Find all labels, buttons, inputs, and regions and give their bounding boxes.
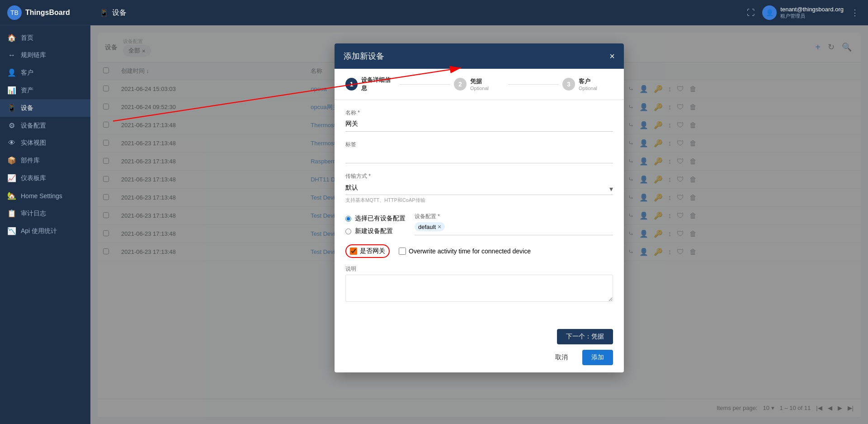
modal-footer: 下一个：凭据 取消 添加	[335, 322, 624, 372]
realtime-icon: 👁	[7, 139, 16, 147]
radio-new[interactable]: 新建设备配置	[345, 227, 406, 235]
sidebar-item-api-stats[interactable]: 📉 Api 使用统计	[0, 222, 90, 240]
sidebar-item-label-home-settings: Home Settings	[21, 192, 62, 200]
sidebar-item-label-rules: 规则链库	[21, 51, 46, 59]
modal-body: 名称 * 标签 传输方式 *	[335, 100, 624, 322]
radio-existing-input[interactable]	[345, 216, 351, 222]
device-profile-chip-input: default ×	[415, 222, 613, 235]
customers-icon: 👤	[7, 68, 16, 77]
assets-icon: 📊	[7, 86, 16, 95]
radio-existing[interactable]: 选择已有设备配置	[345, 214, 406, 223]
overwrite-checkbox[interactable]	[399, 248, 406, 255]
description-group: 说明	[345, 265, 613, 304]
sidebar-item-label-devices: 设备	[21, 104, 33, 112]
gateway-check[interactable]: 是否网关	[350, 247, 385, 255]
name-input[interactable]	[345, 119, 613, 132]
rules-icon: ↔	[7, 51, 16, 59]
sidebar-item-label-realtime: 实体视图	[21, 139, 46, 147]
sidebar-item-rules[interactable]: ↔ 规则链库	[0, 47, 90, 64]
step-1: 1 设备详细信息	[345, 76, 396, 92]
dashboards-icon: 📈	[7, 174, 16, 182]
add-button[interactable]: 添加	[582, 350, 613, 365]
sidebar-item-label-customers: 客户	[21, 69, 33, 77]
sidebar-item-audit[interactable]: 📋 审计日志	[0, 205, 90, 222]
step-2-number: 2	[454, 78, 467, 91]
profile-chip-value: default	[418, 224, 436, 230]
sidebar: TB ThingsBoard 🏠 首页 ↔ 规则链库 👤 客户 📊 资产 📱 设…	[0, 0, 90, 424]
sidebar-item-home-settings[interactable]: 🏡 Home Settings	[0, 187, 90, 205]
app-logo: TB ThingsBoard	[0, 0, 90, 25]
modal-close-button[interactable]: ×	[609, 52, 615, 61]
devices-icon: 📱	[7, 104, 16, 112]
add-device-modal: 添加新设备 × 1 设备详细信息	[335, 43, 624, 372]
sidebar-item-label-assets: 资产	[21, 86, 33, 95]
more-icon[interactable]: ⋮	[851, 8, 859, 18]
profile-config-row: 选择已有设备配置 新建设备配置 设备配置 *	[345, 213, 613, 235]
step-3-number: 3	[562, 78, 575, 91]
fullscreen-icon[interactable]: ⛶	[747, 8, 755, 18]
tags-label: 标签	[345, 141, 613, 148]
modal-title: 添加新设备	[344, 51, 384, 62]
step-2-label: 凭据 Optional	[470, 77, 489, 91]
sidebar-item-realtime[interactable]: 👁 实体视图	[0, 134, 90, 152]
audit-icon: 📋	[7, 209, 16, 218]
logo-icon: TB	[7, 5, 22, 20]
transport-select-wrapper: 默认 ▾	[345, 182, 613, 195]
step-3-label: 客户 Optional	[579, 77, 597, 91]
api-stats-icon: 📉	[7, 227, 16, 235]
step-2: 2 凭据 Optional	[454, 77, 505, 91]
description-label: 说明	[345, 265, 613, 273]
sidebar-item-devices[interactable]: 📱 设备	[0, 99, 90, 117]
radio-existing-label: 选择已有设备配置	[355, 214, 406, 223]
transport-group: 传输方式 * 默认 ▾ 支持基本MQTT、HTTP和CoAP传输	[345, 172, 613, 204]
sidebar-item-customers[interactable]: 👤 客户	[0, 64, 90, 81]
description-textarea[interactable]	[345, 275, 613, 302]
avatar: 👤	[762, 5, 777, 20]
sidebar-item-dashboards[interactable]: 📈 仪表板库	[0, 169, 90, 187]
step-divider-1	[400, 84, 450, 85]
sidebar-item-label-widgets: 部件库	[21, 157, 40, 165]
home-settings-icon: 🏡	[7, 191, 16, 200]
topbar-title-area: 📱 设备	[99, 8, 127, 18]
step-3: 3 客户 Optional	[562, 77, 613, 91]
sidebar-item-device-config[interactable]: ⚙ 设备配置	[0, 117, 90, 134]
name-label: 名称 *	[345, 109, 613, 117]
profile-radio-group: 选择已有设备配置 新建设备配置	[345, 214, 406, 235]
step-1-label: 设备详细信息	[361, 76, 396, 92]
sidebar-item-widgets[interactable]: 📦 部件库	[0, 152, 90, 169]
user-role: 租户管理员	[780, 13, 844, 19]
profile-config-group: 选择已有设备配置 新建设备配置 设备配置 *	[345, 213, 613, 235]
topbar-right: ⛶ 👤 tenant@thingsboard.org 租户管理员 ⋮	[747, 5, 859, 20]
modal-overlay: 添加新设备 × 1 设备详细信息	[90, 25, 868, 424]
widgets-icon: 📦	[7, 156, 16, 165]
cancel-button[interactable]: 取消	[546, 350, 577, 365]
sidebar-nav: 🏠 首页 ↔ 规则链库 👤 客户 📊 资产 📱 设备 ⚙ 设备配置 👁 实体视图	[0, 25, 90, 424]
home-icon: 🏠	[7, 33, 16, 42]
profile-chip-close[interactable]: ×	[438, 223, 441, 230]
transport-label: 传输方式 *	[345, 172, 613, 180]
overwrite-check[interactable]: Overwrite activity time for connected de…	[399, 248, 531, 255]
user-email: tenant@thingsboard.org	[780, 6, 844, 13]
tags-input[interactable]	[345, 150, 613, 163]
stepper: 1 设备详细信息 2 凭据 Optional	[335, 69, 624, 100]
next-button[interactable]: 下一个：凭据	[557, 329, 613, 344]
content-area: 设备 设备配置 全部 × + ↻ 🔍	[90, 25, 868, 424]
sidebar-item-home[interactable]: 🏠 首页	[0, 29, 90, 47]
topbar: 📱 设备 ⛶ 👤 tenant@thingsboard.org 租户管理员 ⋮	[90, 0, 868, 25]
main-content: 📱 设备 ⛶ 👤 tenant@thingsboard.org 租户管理员 ⋮ …	[90, 0, 868, 424]
gateway-checkbox[interactable]	[350, 248, 357, 255]
sidebar-item-assets[interactable]: 📊 资产	[0, 81, 90, 99]
profile-chip: default ×	[415, 222, 445, 231]
transport-select[interactable]: 默认	[345, 182, 613, 195]
gateway-row: 是否网关 Overwrite activity time for connect…	[345, 244, 613, 258]
topbar-title-icon: 📱	[99, 9, 108, 17]
device-profile-label: 设备配置 *	[415, 213, 613, 220]
user-details: tenant@thingsboard.org 租户管理员	[780, 6, 844, 19]
sidebar-item-label-api-stats: Api 使用统计	[21, 227, 57, 235]
name-group: 名称 *	[345, 109, 613, 132]
overwrite-label: Overwrite activity time for connected de…	[409, 248, 531, 255]
radio-new-label: 新建设备配置	[355, 227, 393, 235]
radio-new-input[interactable]	[345, 229, 351, 234]
tags-group: 标签	[345, 141, 613, 163]
footer-bottom: 取消 添加	[345, 350, 613, 365]
